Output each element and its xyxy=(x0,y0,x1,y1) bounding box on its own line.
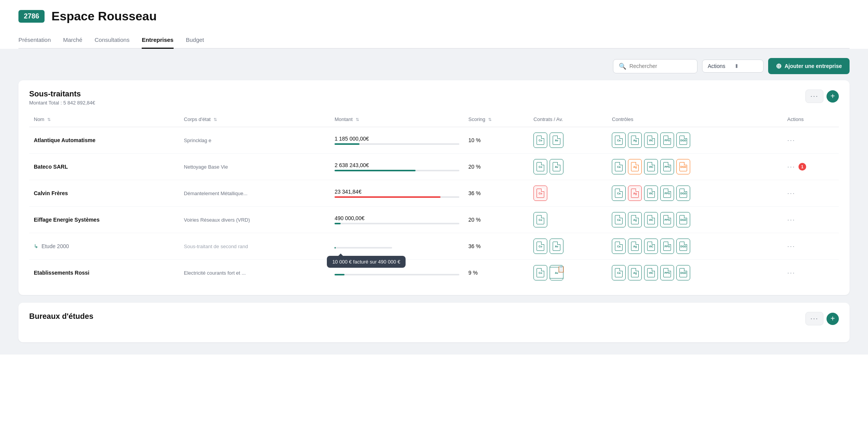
bureaux-card-header: Bureaux d'études ··· + xyxy=(29,312,839,325)
row-more-button[interactable]: ··· xyxy=(787,136,795,144)
col-scoring: Scoring ⇅ xyxy=(464,113,529,127)
doc-badge-av[interactable]: Av 📋 xyxy=(550,265,563,280)
sort-corps-icon[interactable]: ⇅ xyxy=(214,117,217,122)
doc-badge-vic[interactable]: VIC xyxy=(644,159,658,174)
doc-badge-co[interactable]: Co xyxy=(533,265,547,280)
doc-badge-av[interactable]: Av xyxy=(550,133,563,148)
page-title: Espace Rousseau xyxy=(51,9,157,23)
doc-badge-av[interactable]: Av xyxy=(550,159,563,174)
doc-badge-pps[interactable]: PPS xyxy=(660,212,674,227)
progress-bar xyxy=(335,170,416,171)
doc-badge-pps[interactable]: PPS xyxy=(660,159,674,174)
doc-badge-dgd[interactable]: DGD xyxy=(676,133,690,148)
progress-bar-bg xyxy=(335,247,392,249)
contrats-badges: Co Av xyxy=(533,239,603,254)
montant-value: 23 341,84€ xyxy=(335,189,459,195)
controles-badges: Ca Ag VIC PPS DGD xyxy=(612,133,778,148)
card-header: Sous-traitants Montant Total : 5 842 892… xyxy=(29,90,839,106)
file-icon: Av xyxy=(553,136,560,145)
bureaux-add-button[interactable]: + xyxy=(827,313,839,325)
tab-consultations[interactable]: Consultations xyxy=(94,33,129,49)
add-entreprise-button[interactable]: ⊕ Ajouter une entreprise xyxy=(768,58,850,74)
nav-tabs: Présentation Marché Consultations Entrep… xyxy=(18,33,850,49)
doc-badge-ag[interactable]: Ag xyxy=(628,133,642,148)
search-input[interactable] xyxy=(629,63,692,69)
doc-badge-vic[interactable]: VIC xyxy=(644,133,658,148)
sort-nom-icon[interactable]: ⇅ xyxy=(47,117,51,122)
doc-badge-vic[interactable]: VIC xyxy=(644,265,658,280)
sous-traitants-subtitle: Montant Total : 5 842 892,84€ xyxy=(29,100,95,106)
doc-badge-dgd[interactable]: DGD xyxy=(676,186,690,201)
doc-badge-av[interactable]: Av xyxy=(550,239,563,254)
sort-scoring-icon[interactable]: ⇅ xyxy=(488,117,492,122)
progress-bar xyxy=(335,143,359,145)
doc-badge-ag[interactable]: Ag xyxy=(628,212,642,227)
row-more-button[interactable]: ··· xyxy=(787,269,795,277)
tab-entreprises[interactable]: Entreprises xyxy=(142,33,174,49)
doc-badge-co[interactable]: Co xyxy=(533,212,547,227)
doc-badge-pps[interactable]: PPS xyxy=(660,186,674,201)
doc-badge-co[interactable]: Co xyxy=(533,133,547,148)
actions-dropdown[interactable]: Actions ⬍ xyxy=(702,60,764,73)
progress-bar-bg xyxy=(335,196,459,198)
progress-bar xyxy=(335,223,341,224)
row-more-button[interactable]: ··· xyxy=(787,242,795,250)
toolbar: 🔍 Actions ⬍ ⊕ Ajouter une entreprise xyxy=(0,49,868,80)
company-name: Etablissements Rossi xyxy=(34,270,89,276)
row-more-button[interactable]: ··· xyxy=(787,216,795,224)
doc-badge-ca[interactable]: Ca xyxy=(612,186,626,201)
montant-value: 2 638 243,00€ xyxy=(335,162,459,168)
tooltip-box: 10 000 € facturé sur 490 000 € xyxy=(327,256,406,268)
doc-badge-vic[interactable]: VIC xyxy=(644,186,658,201)
doc-badge-dgd[interactable]: DGD xyxy=(676,212,690,227)
tab-budget[interactable]: Budget xyxy=(186,33,204,49)
doc-badge-ca[interactable]: Ca xyxy=(612,212,626,227)
doc-badge-dgd[interactable]: DGD xyxy=(676,159,690,174)
progress-bar xyxy=(335,247,336,249)
contrats-badges: Co Av xyxy=(533,159,603,174)
bureaux-etudes-card: Bureaux d'études ··· + xyxy=(18,303,850,342)
company-name: Etude 2000 xyxy=(41,243,69,249)
doc-badge-ca[interactable]: Ca xyxy=(612,133,626,148)
controles-badges: Ca Ag VIC PPS DGD xyxy=(612,265,778,280)
row-more-button[interactable]: ··· xyxy=(787,189,795,197)
doc-badge-co[interactable]: Co xyxy=(533,186,547,201)
contrats-badges: Co xyxy=(533,186,603,201)
doc-badge-ag[interactable]: Ag xyxy=(628,265,642,280)
doc-badge-pps[interactable]: PPS xyxy=(660,265,674,280)
doc-badge-ag[interactable]: Ag xyxy=(628,159,642,174)
company-name: Bateco SARL xyxy=(34,164,68,170)
card-title-section: Sous-traitants Montant Total : 5 842 892… xyxy=(29,90,95,106)
doc-badge-ca[interactable]: Ca xyxy=(612,265,626,280)
progress-bar xyxy=(335,196,441,198)
controles-badges: Ca Ag VIC PPS DGD xyxy=(612,159,778,174)
doc-badge-vic[interactable]: VIC xyxy=(644,212,658,227)
col-controles: Contrôles xyxy=(607,113,782,127)
row-more-button[interactable]: ··· xyxy=(787,163,795,171)
doc-badge-dgd[interactable]: DGD xyxy=(676,239,690,254)
bureaux-more-button[interactable]: ··· xyxy=(805,312,823,325)
row-actions: ··· xyxy=(787,189,834,197)
card-add-button[interactable]: + xyxy=(827,90,839,103)
doc-badge-co[interactable]: Co xyxy=(533,159,547,174)
doc-badge-ag[interactable]: Ag xyxy=(628,186,642,201)
sous-traitants-table: Nom ⇅ Corps d'état ⇅ Montant ⇅ Scoring xyxy=(29,113,839,286)
doc-badge-ca[interactable]: Ca xyxy=(612,159,626,174)
add-button-label: Ajouter une entreprise xyxy=(785,63,842,69)
doc-badge-dgd[interactable]: DGD xyxy=(676,265,690,280)
doc-badge-co[interactable]: Co xyxy=(533,239,547,254)
doc-badge-pps[interactable]: PPS xyxy=(660,239,674,254)
tab-marche[interactable]: Marché xyxy=(63,33,82,49)
sous-traitants-title: Sous-traitants xyxy=(29,90,95,98)
table-row: Bateco SARL Nettoyage Base Vie 2 638 243… xyxy=(29,154,839,180)
doc-badge-pps[interactable]: PPS xyxy=(660,133,674,148)
sort-montant-icon[interactable]: ⇅ xyxy=(356,117,359,122)
doc-badge-vic[interactable]: VIC xyxy=(644,239,658,254)
col-corps: Corps d'état ⇅ xyxy=(179,113,330,127)
doc-badge-ca[interactable]: Ca xyxy=(612,239,626,254)
card-more-button[interactable]: ··· xyxy=(805,90,823,103)
col-montant: Montant ⇅ xyxy=(330,113,464,127)
tab-presentation[interactable]: Présentation xyxy=(18,33,51,49)
doc-badge-ag[interactable]: Ag xyxy=(628,239,642,254)
search-box[interactable]: 🔍 xyxy=(613,59,697,73)
